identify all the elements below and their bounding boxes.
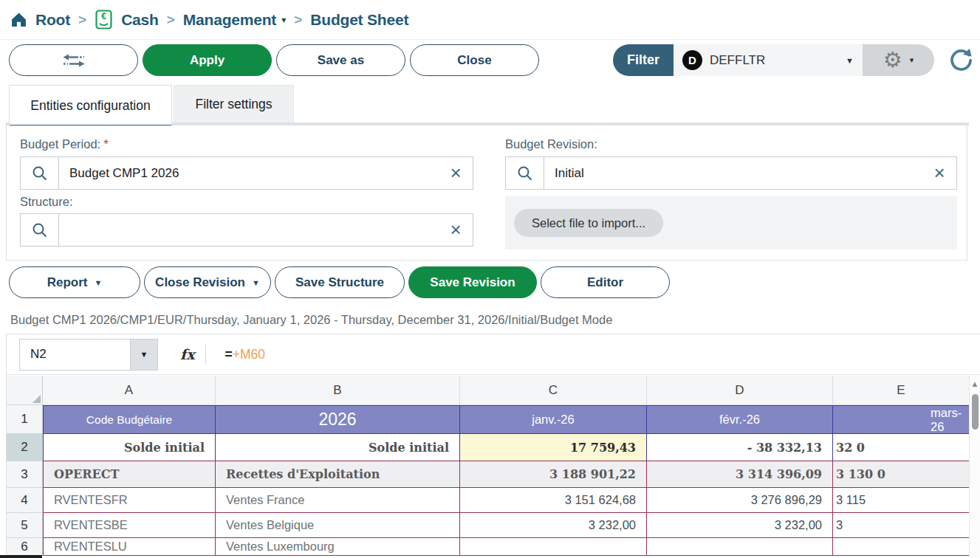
chevron-down-icon[interactable]: ▾ <box>281 15 286 25</box>
cell-c3[interactable]: 3 188 901,22 <box>460 461 647 488</box>
scrollbar-thumb[interactable] <box>972 394 979 430</box>
cell-a3[interactable]: OPERECT <box>43 461 216 488</box>
search-button[interactable] <box>21 214 59 246</box>
clear-icon[interactable]: × <box>922 157 956 189</box>
swap-arrows-icon <box>61 52 86 69</box>
tab-filter-settings[interactable]: Filter settings <box>174 85 294 123</box>
cell-c2-highlighted[interactable]: 17 759,43 <box>460 434 647 461</box>
column-header-a[interactable]: A <box>43 376 216 405</box>
cell-b2[interactable]: Solde initial <box>216 434 460 461</box>
home-icon[interactable] <box>10 12 27 27</box>
close-button[interactable]: Close <box>410 44 539 76</box>
revision-actions: Report▼ Close Revision▼ Save Structure S… <box>9 266 670 298</box>
budget-context-status: Budget CMP1 2026/CMP1/EUR/Thursday, Janu… <box>10 313 612 327</box>
name-box-dropdown[interactable]: ▼ <box>130 340 157 370</box>
search-button[interactable] <box>21 157 59 189</box>
search-icon <box>32 222 48 238</box>
cell-b4[interactable]: Ventes France <box>216 488 460 513</box>
row-header-4[interactable]: 4 <box>7 488 43 513</box>
breadcrumb-separator: > <box>294 12 302 28</box>
formula-input[interactable]: =+M60 <box>225 347 266 362</box>
tab-entities-configuration[interactable]: Entities configuration <box>9 85 172 125</box>
save-as-button[interactable]: Save as <box>276 44 405 76</box>
cell-b1[interactable]: 2026 <box>216 405 460 434</box>
column-header-d[interactable]: D <box>647 376 833 405</box>
select-all-triangle-icon <box>32 395 41 403</box>
breadcrumb-root[interactable]: Root <box>35 11 70 29</box>
budget-revision-lookup: × <box>505 156 957 190</box>
cell-a5[interactable]: RVENTESBE <box>43 513 216 538</box>
refresh-button[interactable] <box>948 46 975 74</box>
budget-revision-input[interactable] <box>544 157 922 189</box>
editor-button[interactable]: Editor <box>541 266 670 298</box>
filter-dropdown[interactable]: D DEFFLTR ▼ <box>674 44 863 76</box>
filter-settings-button[interactable]: ⚙ ▾ <box>863 44 934 76</box>
import-panel: Select file to import... <box>505 196 957 249</box>
cell-c6[interactable] <box>460 538 647 556</box>
table-row: 1 Code Budgétaire 2026 janv.-26 févr.-26… <box>7 405 980 434</box>
column-header-c[interactable]: C <box>460 376 647 405</box>
cell-e5[interactable]: 3 <box>833 513 970 538</box>
row-header-6[interactable]: 6 <box>7 538 43 556</box>
clear-icon[interactable]: × <box>439 214 473 246</box>
cell-name-box[interactable]: N2 ▼ <box>19 339 158 371</box>
cell-a1[interactable]: Code Budgétaire <box>43 405 216 434</box>
chevron-down-icon: ▼ <box>846 56 854 65</box>
cell-b5[interactable]: Ventes Belgique <box>216 513 460 538</box>
cell-e4[interactable]: 3 115 <box>833 488 970 513</box>
structure-input[interactable] <box>59 214 439 246</box>
column-header-row: A B C D E <box>7 376 980 405</box>
select-all-corner[interactable] <box>7 376 43 405</box>
cell-d3[interactable]: 3 314 396,09 <box>647 461 833 488</box>
save-revision-button[interactable]: Save Revision <box>408 266 537 298</box>
table-row: 3 OPERECT Recettes d'Exploitation 3 188 … <box>7 461 980 488</box>
cell-b3[interactable]: Recettes d'Exploitation <box>216 461 460 488</box>
filter-label[interactable]: Filter <box>613 44 674 76</box>
cell-e3[interactable]: 3 130 0 <box>833 461 970 488</box>
cell-e6[interactable] <box>833 538 970 556</box>
budget-period-input[interactable] <box>59 157 439 189</box>
cell-d4[interactable]: 3 276 896,29 <box>647 488 833 513</box>
cell-a6[interactable]: RVENTESLU <box>43 538 216 556</box>
row-header-1[interactable]: 1 <box>7 405 43 434</box>
cell-a2[interactable]: Solde initial <box>43 434 216 461</box>
apply-button[interactable]: Apply <box>143 44 272 76</box>
cell-a4[interactable]: RVENTESFR <box>43 488 216 513</box>
cell-c5[interactable]: 3 232,00 <box>460 513 647 538</box>
breadcrumb-cash[interactable]: Cash <box>121 11 159 29</box>
tab-strip: Entities configuration Filter settings <box>6 85 969 125</box>
cell-d5[interactable]: 3 232,00 <box>647 513 833 538</box>
swap-view-button[interactable] <box>9 44 138 76</box>
clear-icon[interactable]: × <box>439 157 473 189</box>
row-header-5[interactable]: 5 <box>7 513 43 538</box>
cell-e1[interactable]: mars-26 <box>833 405 970 434</box>
filter-group: Filter D DEFFLTR ▼ ⚙ ▾ <box>613 44 934 76</box>
horizontal-scrollbar-stub[interactable] <box>0 555 42 558</box>
cell-b6[interactable]: Ventes Luxembourg <box>216 538 460 556</box>
search-icon <box>517 165 533 182</box>
vertical-scrollbar[interactable]: ▲ <box>969 376 980 558</box>
chevron-down-icon: ▾ <box>910 55 914 65</box>
row-header-3[interactable]: 3 <box>7 461 43 488</box>
save-structure-button[interactable]: Save Structure <box>275 266 405 298</box>
cell-d6[interactable] <box>647 538 833 556</box>
column-header-b[interactable]: B <box>216 376 460 405</box>
spreadsheet-grid: A B C D E 1 Code Budgétaire 2026 janv.-2… <box>7 376 980 558</box>
report-button[interactable]: Report▼ <box>9 266 140 298</box>
column-header-e[interactable]: E <box>833 376 970 405</box>
scroll-up-icon[interactable]: ▲ <box>971 379 979 388</box>
function-icon[interactable]: fx <box>180 346 195 362</box>
cell-e2[interactable]: 32 0 <box>833 434 970 461</box>
budget-period-lookup: × <box>20 156 473 190</box>
cell-d2[interactable]: - 38 332,13 <box>647 434 833 461</box>
breadcrumb-page-title: Budget Sheet <box>310 11 408 29</box>
select-file-to-import-button[interactable]: Select file to import... <box>514 209 663 237</box>
cell-c1[interactable]: janv.-26 <box>460 405 647 434</box>
close-revision-button[interactable]: Close Revision▼ <box>144 266 271 298</box>
default-filter-badge-icon: D <box>682 50 702 70</box>
cell-d1[interactable]: févr.-26 <box>647 405 833 434</box>
row-header-2[interactable]: 2 <box>7 434 43 461</box>
cell-c4[interactable]: 3 151 624,68 <box>460 488 647 513</box>
search-button[interactable] <box>506 157 544 189</box>
breadcrumb-management[interactable]: Management <box>183 11 276 29</box>
